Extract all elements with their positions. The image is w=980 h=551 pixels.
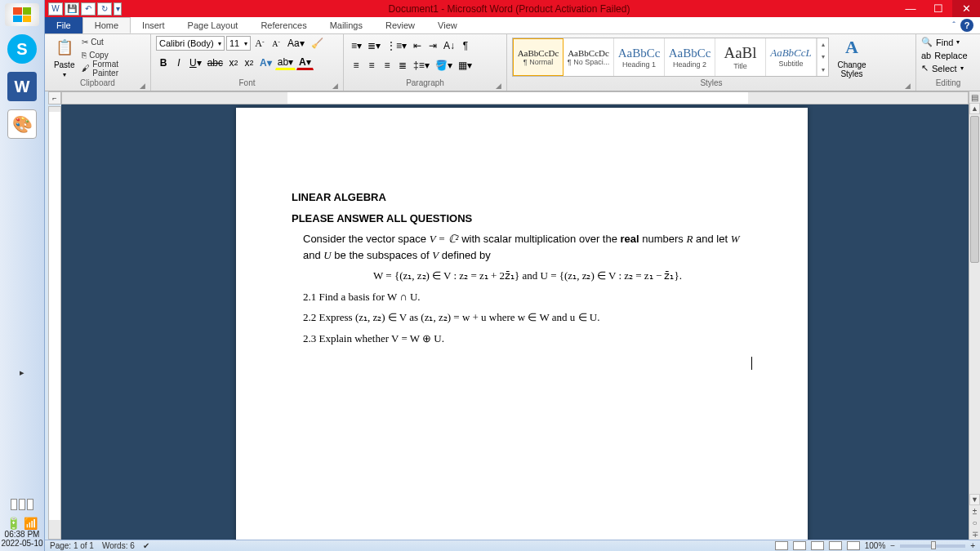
close-button[interactable]: ✕ [952,0,980,17]
word-app-icon[interactable]: W [48,2,63,16]
decrease-indent-button[interactable]: ⇤ [410,38,425,53]
scroll-thumb[interactable] [970,116,979,263]
show-marks-button[interactable]: ¶ [458,38,473,53]
taskbar-overflow-icon[interactable]: ▸ [20,367,24,378]
style-heading-2[interactable]: AaBbCcHeading 2 [665,38,715,76]
paste-button[interactable]: 📋 Paste ▾ [50,36,78,78]
browse-object-icon[interactable]: ○ [969,517,980,528]
help-icon[interactable]: ? [960,19,973,32]
style-normal[interactable]: AaBbCcDc¶ Normal [513,38,564,76]
vertical-scrollbar[interactable]: ▤ ▲ ▼ ± ○ ∓ [969,91,980,540]
qat-customize-icon[interactable]: ▾ [114,2,122,16]
taskbar-date[interactable]: 2022-05-10 [0,539,44,548]
select-button[interactable]: ↖Select▾ [921,62,968,74]
paragraph-launcher-icon[interactable]: ◢ [496,82,501,90]
format-painter-button[interactable]: 🖌Format Painter [82,62,145,74]
multilevel-button[interactable]: ⋮≡▾ [384,38,409,53]
shrink-font-button[interactable]: Aˇ [269,36,283,51]
style-subtitle[interactable]: AaBbCcLSubtitle [766,38,817,76]
scroll-down-icon[interactable]: ▼ [969,494,980,505]
increase-indent-button[interactable]: ⇥ [425,38,440,53]
underline-button[interactable]: U▾ [187,56,204,70]
tab-review[interactable]: Review [374,17,426,33]
maximize-button[interactable]: ☐ [924,0,952,17]
browse-up-icon[interactable]: ± [969,505,980,517]
grow-font-button[interactable]: Aˆ [252,36,267,51]
replace-button[interactable]: abReplace [921,49,968,61]
document-page[interactable]: LINEAR ALGEBRA PLEASE ANSWER ALL QUESTIO… [236,108,808,540]
view-web-layout-icon[interactable] [811,541,824,550]
style-heading-1[interactable]: AaBbCcHeading 1 [614,38,665,76]
change-case-button[interactable]: Aa▾ [285,36,307,51]
sort-button[interactable]: A↓ [441,38,457,53]
zoom-slider[interactable] [900,544,965,548]
minimize-button[interactable]: — [897,0,924,17]
scroll-track[interactable] [969,114,980,494]
numbering-button[interactable]: ≣▾ [365,38,383,53]
taskbar-paint-icon[interactable]: 🎨 [7,109,37,139]
font-color-button[interactable]: A▾ [296,56,314,70]
view-print-layout-icon[interactable] [775,541,788,550]
ruler-corner[interactable]: ⌐ [48,91,61,104]
find-button[interactable]: 🔍Find▾ [921,36,968,48]
line-spacing-button[interactable]: ‡≡▾ [411,58,432,73]
text-effects-button[interactable]: A▾ [257,56,274,70]
horizontal-ruler[interactable] [61,91,969,104]
italic-button[interactable]: I [172,56,186,70]
justify-button[interactable]: ≣ [395,58,410,73]
styles-launcher-icon[interactable]: ◢ [905,82,911,90]
font-launcher-icon[interactable]: ◢ [332,82,338,90]
borders-button[interactable]: ▦▾ [456,58,474,73]
style-title[interactable]: AaBlTitle [715,38,766,76]
tab-insert[interactable]: Insert [131,17,176,33]
scroll-up-icon[interactable]: ▲ [969,103,980,114]
align-center-button[interactable]: ≡ [364,58,379,73]
strike-button[interactable]: abc [205,56,225,70]
start-button[interactable] [5,3,39,26]
shading-button[interactable]: 🪣▾ [433,58,455,73]
taskbar-word-icon[interactable]: W [7,72,37,101]
tab-home[interactable]: Home [82,17,131,33]
tab-page-layout[interactable]: Page Layout [176,17,250,33]
status-page[interactable]: Page: 1 of 1 [50,541,94,550]
clipboard-launcher-icon[interactable]: ◢ [140,82,145,90]
font-size-select[interactable]: 11▾ [226,36,251,51]
taskbar-tray[interactable] [0,499,44,510]
zoom-level[interactable]: 100% [865,541,886,550]
superscript-button[interactable]: x2 [242,56,256,70]
taskbar-time[interactable]: 06:38 PM [0,530,44,539]
view-outline-icon[interactable] [829,541,842,550]
tab-view[interactable]: View [426,17,469,33]
align-right-button[interactable]: ≡ [380,58,394,73]
styles-gallery-more[interactable]: ▴▾▾ [817,38,828,76]
zoom-in-icon[interactable]: + [970,541,975,550]
bold-button[interactable]: B [156,56,171,70]
view-draft-icon[interactable] [847,541,860,550]
subscript-button[interactable]: x2 [226,56,241,70]
ruler-toggle-icon[interactable]: ▤ [969,91,980,103]
ribbon-minimize-icon[interactable]: ˆ [952,20,956,30]
style-no-spacing[interactable]: AaBbCcDc¶ No Spaci... [564,38,614,76]
document-area[interactable]: LINEAR ALGEBRA PLEASE ANSWER ALL QUESTIO… [61,104,969,540]
status-proof-icon[interactable]: ✔ [143,541,149,550]
clear-format-button[interactable]: 🧹 [309,36,326,51]
bullets-button[interactable]: ≡▾ [349,38,364,53]
view-full-screen-icon[interactable] [793,541,806,550]
font-name-select[interactable]: Calibri (Body)▾ [156,36,225,51]
cut-button[interactable]: ✂Cut [82,36,145,48]
taskbar-skype-icon[interactable]: S [7,34,37,64]
browse-down-icon[interactable]: ∓ [969,528,980,540]
status-words[interactable]: Words: 6 [102,541,135,550]
qat-save-icon[interactable]: 💾 [65,2,79,16]
battery-icon[interactable]: 🔋 📶 [0,517,44,530]
tab-mailings[interactable]: Mailings [318,17,374,33]
qat-undo-icon[interactable]: ↶ [81,2,96,16]
highlight-button[interactable]: ab▾ [275,56,296,70]
tab-references[interactable]: References [249,17,318,33]
align-left-button[interactable]: ≡ [349,58,363,73]
change-styles-button[interactable]: A Change Styles [832,36,871,78]
qat-redo-icon[interactable]: ↻ [97,2,112,16]
tab-file[interactable]: File [45,17,82,33]
vertical-ruler[interactable] [48,106,61,540]
zoom-out-icon[interactable]: − [890,541,895,550]
